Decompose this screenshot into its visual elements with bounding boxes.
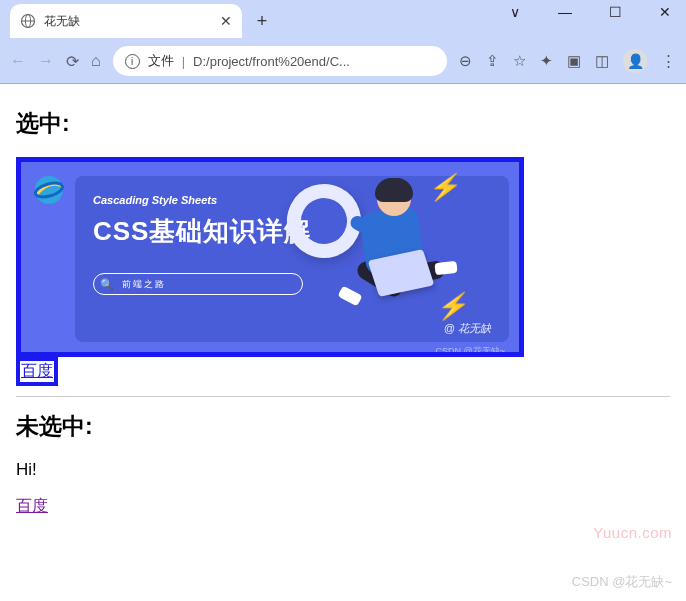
maximize-icon[interactable]: ☐ bbox=[600, 4, 630, 20]
new-tab-button[interactable]: + bbox=[248, 7, 276, 35]
toolbar: ← → ⟳ ⌂ i 文件 | D:/project/front%20end/C.… bbox=[0, 38, 686, 84]
tab-close-icon[interactable]: ✕ bbox=[220, 13, 232, 29]
browser-chrome: 花无缺 ✕ + ∨ — ☐ ✕ ← → ⟳ ⌂ i 文件 | D:/projec… bbox=[0, 0, 686, 84]
person-illustration bbox=[335, 182, 455, 332]
toolbar-icons: ⊖ ⇪ ☆ ✦ ▣ ◫ 👤 ⋮ bbox=[459, 49, 676, 73]
media-icon[interactable]: ▣ bbox=[567, 52, 581, 70]
page-content: 选中: Cascading Style Sheets CSS基础知识详解 🔍 前… bbox=[0, 84, 686, 531]
star-icon[interactable]: ☆ bbox=[513, 52, 526, 70]
tab-title: 花无缺 bbox=[44, 13, 212, 30]
close-icon[interactable]: ✕ bbox=[650, 4, 680, 20]
info-icon[interactable]: i bbox=[125, 54, 140, 69]
dropdown-icon[interactable]: ∨ bbox=[500, 4, 530, 20]
reload-button[interactable]: ⟳ bbox=[66, 52, 79, 71]
watermark-csdn: CSDN @花无缺~ bbox=[572, 573, 672, 591]
browser-tab[interactable]: 花无缺 ✕ bbox=[10, 4, 242, 38]
baidu-link-unselected[interactable]: 百度 bbox=[16, 497, 48, 514]
watermark-yuucn: Yuucn.com bbox=[593, 524, 672, 541]
url-scheme-label: 文件 bbox=[148, 52, 174, 70]
zoom-out-icon[interactable]: ⊖ bbox=[459, 52, 472, 70]
greeting-text: Hi! bbox=[16, 460, 670, 480]
search-icon: 🔍 bbox=[100, 278, 114, 291]
divider bbox=[16, 396, 670, 397]
titlebar: 花无缺 ✕ + ∨ — ☐ ✕ bbox=[0, 0, 686, 38]
selected-image-wrapper: Cascading Style Sheets CSS基础知识详解 🔍 前端之路 … bbox=[16, 157, 524, 357]
baidu-link-selected[interactable]: 百度 bbox=[21, 362, 53, 379]
ie-logo-icon bbox=[29, 170, 69, 210]
extensions-icon[interactable]: ✦ bbox=[540, 52, 553, 70]
forward-button[interactable]: → bbox=[38, 52, 54, 70]
css-banner-image[interactable]: Cascading Style Sheets CSS基础知识详解 🔍 前端之路 … bbox=[21, 162, 519, 352]
banner-signature-small: CSDN @花无缺~ bbox=[436, 345, 505, 352]
url-path: D:/project/front%20end/C... bbox=[193, 54, 350, 69]
window-controls: ∨ — ☐ ✕ bbox=[500, 4, 680, 20]
banner-search-bar: 🔍 前端之路 bbox=[93, 273, 303, 295]
sidepanel-icon[interactable]: ◫ bbox=[595, 52, 609, 70]
globe-icon bbox=[20, 13, 36, 29]
home-button[interactable]: ⌂ bbox=[91, 52, 101, 70]
address-bar[interactable]: i 文件 | D:/project/front%20end/C... bbox=[113, 46, 447, 76]
minimize-icon[interactable]: — bbox=[550, 4, 580, 20]
banner-search-text: 前端之路 bbox=[122, 278, 166, 291]
profile-avatar-icon[interactable]: 👤 bbox=[623, 49, 647, 73]
heading-unselected: 未选中: bbox=[16, 411, 670, 442]
share-icon[interactable]: ⇪ bbox=[486, 52, 499, 70]
heading-selected: 选中: bbox=[16, 108, 670, 139]
menu-icon[interactable]: ⋮ bbox=[661, 52, 676, 70]
back-button[interactable]: ← bbox=[10, 52, 26, 70]
selected-link-wrapper: 百度 bbox=[16, 357, 58, 386]
